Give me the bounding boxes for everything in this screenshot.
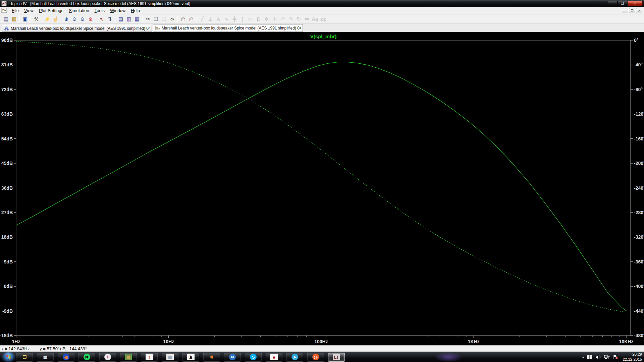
pan-icon[interactable]: ⇅	[106, 15, 114, 22]
taskbar-app-i-pro[interactable]: I	[141, 353, 158, 362]
taskbar-app-spotify-icon: ≋	[84, 354, 90, 360]
taskbar-app-explorer-glyph: ❒	[22, 355, 26, 359]
network-icon[interactable]	[604, 355, 610, 359]
autorange-y-icon[interactable]: ∿	[98, 15, 106, 22]
menu-items: FileViewPlot SettingsSimulationToolsWind…	[9, 7, 143, 14]
cascade-windows-icon[interactable]: ▦	[133, 15, 141, 22]
print-icon[interactable]: ⎙	[179, 15, 187, 22]
tab-waveform[interactable]: Marshall Leach vented-box loudspeaker Sp…	[153, 24, 303, 32]
waveform-plot[interactable]: 90dB0°81dB-40°72dB-80°63dB-120°54dB-160°…	[0, 32, 644, 346]
y-axis-label-left: 63dB	[1, 111, 13, 117]
tile-vertical-icon[interactable]: ▥	[125, 15, 133, 22]
tab-schematic[interactable]: Marshall Leach vented-box loudspeaker Sp…	[2, 25, 152, 32]
y-axis-label-right: -280°	[634, 210, 644, 215]
start-button[interactable]	[3, 352, 14, 362]
spice-directive-icon: .op	[319, 15, 327, 22]
x-axis-label: 100Hz	[314, 339, 328, 344]
y-axis-label-left: 90dB	[1, 38, 13, 43]
waveform-pane[interactable]: 90dB0°81dB-40°72dB-80°63dB-120°54dB-160°…	[0, 32, 644, 346]
menu-file[interactable]: File	[9, 7, 21, 14]
taskbar-app-origin[interactable]: ◎	[307, 353, 324, 362]
magnitude-trace[interactable]	[16, 62, 626, 311]
taskbar-app-skype[interactable]: S	[245, 353, 262, 362]
y-axis-label-left: 18dB	[1, 234, 13, 240]
phase-trace[interactable]	[16, 42, 626, 312]
mdi-restore-button[interactable]: ❐	[629, 8, 635, 13]
copy-icon[interactable]: ❏	[152, 15, 160, 22]
taskbar-app-thunderbird-glyph: ✉	[231, 355, 234, 359]
toolbar-separator	[115, 15, 115, 22]
mdi-minimize-button[interactable]: ‒	[622, 8, 628, 13]
close-button[interactable]: ✕	[627, 1, 643, 6]
volume-icon[interactable]	[595, 355, 601, 359]
windows-logo-icon[interactable]	[587, 355, 592, 359]
menu-bar: FileViewPlot SettingsSimulationToolsWind…	[0, 7, 644, 14]
taskbar-app-image-viewer[interactable]: ▩	[120, 353, 137, 362]
taskbar-app-photo-viewer-glyph: ▣	[168, 355, 172, 359]
zoom-out-icon[interactable]: ⊖	[78, 15, 87, 22]
menu-simulation[interactable]: Simulation	[66, 7, 92, 14]
open-icon[interactable]: ▧	[10, 15, 18, 22]
window-title: LTspice IV - [Marshall Leach vented-box …	[8, 1, 190, 6]
taskbar-app-spotify[interactable]: ≋	[78, 353, 95, 362]
toolbar-separator	[42, 15, 42, 22]
menu-view[interactable]: View	[21, 7, 36, 14]
menu-window[interactable]: Window	[107, 7, 128, 14]
menu-tools[interactable]: Tools	[92, 7, 107, 14]
taskbar-app-telegram-icon: ➤	[291, 354, 298, 360]
tile-horizontal-icon[interactable]: ▤	[117, 15, 125, 22]
restore-button[interactable]: ❐	[618, 1, 627, 6]
show-hidden-icons-chevron[interactable]: ▲	[582, 356, 585, 359]
taskbar-app-thunderbird[interactable]: ✉	[224, 353, 241, 362]
zoom-full-extents-icon[interactable]: ⊗	[87, 15, 95, 22]
taskbar-app-paint[interactable]: ✦	[99, 353, 116, 362]
taskbar-app-acrobat[interactable]: ∧	[266, 353, 282, 362]
run-icon[interactable]: ⚡	[43, 15, 51, 22]
y-axis-label-right: -200°	[634, 161, 644, 166]
zoom-in-icon[interactable]: ⊕	[62, 15, 70, 22]
y-axis-label-right: -320°	[634, 234, 644, 240]
control-panel-icon[interactable]: ⚒	[32, 15, 40, 22]
print-preview-icon[interactable]: ⎙	[187, 15, 195, 22]
y-axis-label-left: 81dB	[1, 62, 13, 67]
y-axis-label-left: 54dB	[1, 136, 13, 141]
windows-flag-icon	[6, 355, 11, 359]
y-axis-label-right: 0°	[634, 38, 638, 43]
y-axis-label-right: -40°	[634, 62, 643, 67]
taskbar-app-photo-viewer[interactable]: ▣	[162, 353, 178, 362]
taskbar-app-ltspice[interactable]: LT	[328, 353, 345, 362]
halt-icon: ☝	[51, 15, 59, 22]
tab-waveform-label: Marshall Leach vented-box loudspeaker Sp…	[162, 26, 301, 31]
taskbar-app-explorer[interactable]: ❒	[16, 353, 33, 362]
cut-icon[interactable]: ✂	[144, 15, 152, 22]
clock-time: 20:29	[623, 352, 642, 357]
resistor-icon: ∿	[222, 15, 230, 22]
taskbar-app-telegram[interactable]: ➤	[286, 353, 303, 362]
toolbar-separator	[96, 15, 96, 22]
new-schematic-icon[interactable]: ▤	[2, 15, 10, 22]
find-icon[interactable]: ∞	[168, 15, 176, 22]
taskbar-app-mathematica[interactable]: ✹	[203, 353, 220, 362]
taskbar-app-mathematica-icon: ✹	[208, 354, 215, 360]
zoom-back-icon[interactable]: ⊙	[70, 15, 78, 22]
taskbar-app-firefox[interactable]: ◉	[58, 353, 74, 362]
y-axis-label-right: -80°	[634, 87, 643, 92]
paste-icon: ❐	[160, 15, 168, 22]
menu-help[interactable]: Help	[128, 7, 143, 14]
save-icon[interactable]: ▣	[21, 15, 29, 22]
rotate-icon: ↻	[295, 15, 303, 22]
taskbar-app-calculator[interactable]: ▦	[37, 353, 54, 362]
taskbar-app-acrobat-icon: ∧	[270, 354, 278, 360]
clock-date: 22.12.2015	[623, 357, 642, 362]
toolbar-separator	[197, 15, 197, 22]
taskbar-app-paint-glyph: ✦	[106, 355, 110, 359]
menu-plot-settings[interactable]: Plot Settings	[36, 7, 66, 14]
status-bar: x = 142.843Hz y = 57.501dB, -144.439°	[0, 346, 644, 352]
action-center-flag-icon[interactable]	[613, 355, 618, 359]
minimize-button[interactable]: ‒	[608, 1, 618, 6]
mdi-close-button[interactable]: ✕	[636, 8, 642, 13]
y-axis-label-left: 0dB	[4, 284, 13, 289]
taskbar-app-person[interactable]: ♟	[182, 353, 199, 362]
taskbar-clock[interactable]: 20:29 22.12.2015	[623, 352, 642, 362]
taskbar-app-photo-viewer-icon: ▣	[166, 354, 174, 360]
